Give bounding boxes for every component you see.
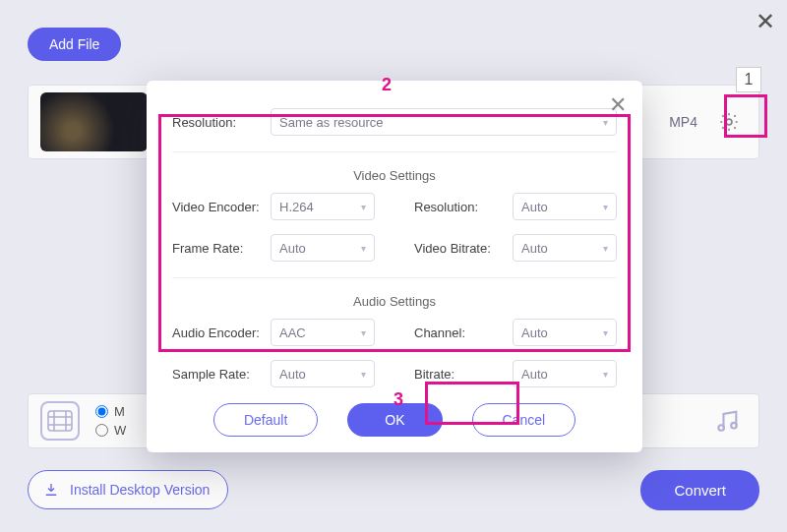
sample-rate-label: Sample Rate:: [172, 367, 271, 382]
chevron-down-icon: ▾: [603, 117, 608, 128]
modal-close-button[interactable]: ✕: [609, 92, 627, 118]
video-encoder-select[interactable]: H.264 ▾: [271, 193, 375, 220]
video-settings-title: Video Settings: [172, 168, 617, 183]
cancel-button[interactable]: Cancel: [472, 403, 576, 437]
chevron-down-icon: ▾: [361, 243, 366, 254]
audio-bitrate-label: Bitrate:: [414, 367, 513, 382]
video-encoder-value: H.264: [279, 200, 314, 214]
channel-value: Auto: [521, 325, 548, 340]
video-resolution-select[interactable]: Auto ▾: [513, 193, 617, 220]
audio-encoder-value: AAC: [279, 325, 306, 340]
callout-number-2: 2: [382, 75, 392, 95]
video-bitrate-value: Auto: [521, 241, 548, 256]
chevron-down-icon: ▾: [361, 327, 366, 338]
video-encoder-label: Video Encoder:: [172, 200, 271, 214]
chevron-down-icon: ▾: [603, 243, 608, 254]
audio-bitrate-value: Auto: [521, 367, 548, 382]
chevron-down-icon: ▾: [603, 327, 608, 338]
channel-label: Channel:: [414, 325, 513, 340]
sample-rate-select[interactable]: Auto ▾: [271, 360, 375, 387]
resolution-main-label: Resolution:: [172, 115, 271, 130]
chevron-down-icon: ▾: [603, 369, 608, 380]
video-bitrate-label: Video Bitrate:: [414, 241, 513, 256]
video-resolution-value: Auto: [521, 200, 548, 214]
video-resolution-label: Resolution:: [414, 200, 513, 214]
frame-rate-value: Auto: [279, 241, 306, 256]
chevron-down-icon: ▾: [361, 202, 366, 212]
resolution-main-select[interactable]: Same as resource ▾: [271, 108, 617, 136]
channel-select[interactable]: Auto ▾: [513, 319, 617, 346]
video-bitrate-select[interactable]: Auto ▾: [513, 234, 617, 262]
sample-rate-value: Auto: [279, 367, 306, 382]
callout-number-1: 1: [736, 67, 761, 92]
default-button[interactable]: Default: [213, 403, 318, 437]
audio-bitrate-select[interactable]: Auto ▾: [513, 360, 617, 387]
audio-settings-title: Audio Settings: [172, 294, 617, 309]
resolution-main-value: Same as resource: [279, 115, 384, 130]
chevron-down-icon: ▾: [361, 369, 366, 380]
frame-rate-label: Frame Rate:: [172, 241, 271, 256]
audio-encoder-label: Audio Encoder:: [172, 325, 271, 340]
chevron-down-icon: ▾: [603, 202, 608, 212]
audio-encoder-select[interactable]: AAC ▾: [271, 319, 375, 346]
callout-number-3: 3: [394, 389, 403, 410]
frame-rate-select[interactable]: Auto ▾: [271, 234, 375, 262]
